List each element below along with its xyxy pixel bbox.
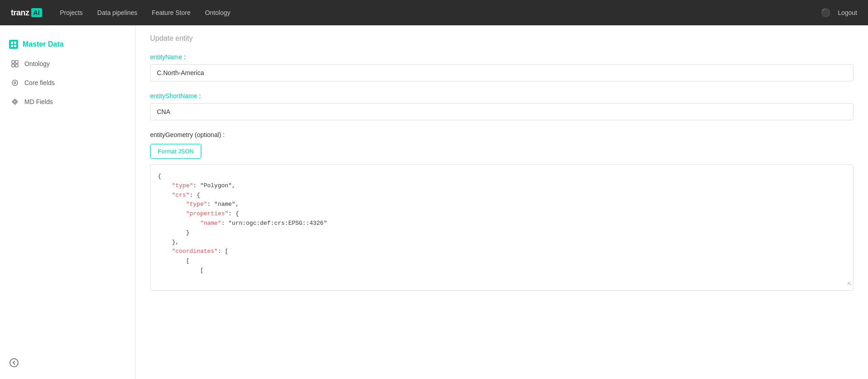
nav-ontology[interactable]: Ontology	[205, 9, 230, 16]
entity-short-name-colon: :	[197, 92, 201, 99]
nav-feature-store[interactable]: Feature Store	[152, 9, 191, 16]
format-json-button[interactable]: Format JSON	[150, 144, 201, 159]
svg-point-10	[10, 359, 18, 367]
sidebar-collapse-button[interactable]	[9, 358, 19, 370]
svg-rect-7	[15, 64, 18, 67]
nav-links: Projects Data pipelines Feature Store On…	[60, 9, 231, 16]
json-editor[interactable]: { "type": "Polygon", "crs": { "type": "n…	[150, 164, 854, 291]
logo-box: AI	[31, 8, 42, 17]
page-title: Update entity	[150, 34, 854, 43]
master-data-icon	[9, 40, 18, 49]
entity-short-name-input[interactable]	[150, 103, 854, 120]
entity-geometry-label-main: entityGeometry	[150, 131, 193, 138]
md-fields-label: MD Fields	[24, 98, 53, 105]
entity-geometry-colon: :	[221, 131, 225, 138]
sidebar: Master Data Ontology Core fields	[0, 25, 136, 379]
navbar-left: tranz AI Projects Data pipelines Feature…	[11, 8, 230, 18]
json-content: { "type": "Polygon", "crs": { "type": "n…	[158, 172, 846, 275]
svg-rect-5	[15, 61, 18, 63]
logo-text: tranz	[11, 8, 29, 18]
main-layout: Master Data Ontology Core fields	[0, 25, 868, 379]
entity-short-name-label: entityShortName :	[150, 92, 854, 99]
svg-rect-0	[11, 42, 13, 44]
ontology-icon	[11, 60, 19, 68]
svg-rect-6	[12, 64, 14, 67]
svg-rect-3	[14, 45, 16, 47]
core-fields-label: Core fields	[24, 79, 55, 86]
nav-projects[interactable]: Projects	[60, 9, 83, 16]
sidebar-section-title: Master Data	[0, 34, 135, 54]
sidebar-title-label: Master Data	[23, 40, 64, 48]
logo: tranz AI	[11, 8, 42, 18]
entity-geometry-label: entityGeometry (optional) :	[150, 131, 854, 138]
ontology-label: Ontology	[24, 60, 50, 67]
user-icon: ⚫	[821, 8, 830, 18]
nav-data-pipelines[interactable]: Data pipelines	[97, 9, 137, 16]
md-fields-icon	[11, 98, 19, 106]
entity-name-input[interactable]	[150, 64, 854, 81]
resize-handle: ⇱	[848, 279, 851, 289]
entity-name-colon: :	[182, 53, 186, 61]
entity-name-group: entityName :	[150, 53, 854, 81]
svg-rect-1	[14, 42, 16, 44]
entity-name-label: entityName :	[150, 53, 854, 61]
navbar: tranz AI Projects Data pipelines Feature…	[0, 0, 868, 25]
sidebar-item-ontology[interactable]: Ontology	[0, 54, 135, 73]
svg-point-9	[14, 82, 16, 84]
entity-short-name-group: entityShortName :	[150, 92, 854, 120]
svg-point-8	[12, 80, 18, 85]
navbar-right: ⚫ Logout	[821, 8, 857, 18]
logout-button[interactable]: Logout	[838, 9, 857, 16]
svg-rect-2	[11, 45, 13, 47]
entity-name-label-main: entityName	[150, 53, 182, 61]
sidebar-item-md-fields[interactable]: MD Fields	[0, 92, 135, 111]
content-area: Update entity entityName : entityShortNa…	[136, 25, 868, 379]
entity-geometry-optional: (optional)	[193, 131, 221, 138]
entity-geometry-group: entityGeometry (optional) : Format JSON …	[150, 131, 854, 291]
core-fields-icon	[11, 79, 19, 87]
sidebar-item-core-fields[interactable]: Core fields	[0, 73, 135, 92]
entity-short-name-label-main: entityShortName	[150, 92, 197, 99]
svg-rect-4	[12, 61, 14, 63]
